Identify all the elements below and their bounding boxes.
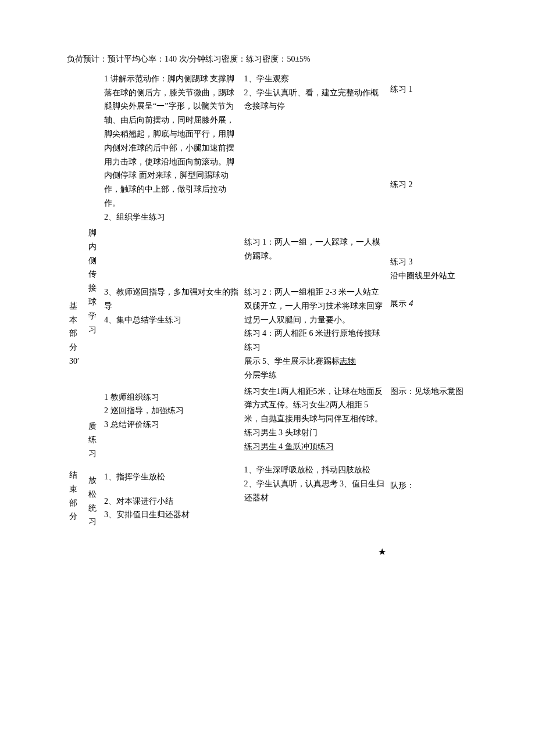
section-char: 部	[69, 327, 83, 341]
load-forecast-header: 负荷预计：预计平均心率：140 次/分钟练习密度：练习密度：50±5%	[67, 52, 477, 66]
activity-char: 接	[88, 281, 99, 295]
teacher-text: 3、安排值日生归还器材	[104, 508, 239, 522]
student-text: 展示 5、学生展示比赛踢标志物	[244, 354, 386, 368]
section-char: 结	[69, 468, 83, 482]
table-row: 1 讲解示范动作：脚内侧踢球 支撑脚落在球的侧后方，膝关节微曲，踢球腿脚尖外展呈…	[67, 71, 477, 284]
teacher-text: 2、组织学生练习	[104, 210, 239, 224]
activity-char: 习	[88, 323, 99, 337]
teacher-activity-cell: 1 教师组织练习 2 巡回指导，加强练习 3 总结评价练习	[102, 384, 241, 462]
activity-char: 内	[88, 240, 99, 254]
section-label-cell	[67, 384, 86, 462]
section-char: 分	[69, 510, 83, 524]
student-text: 2、学生认真听、看，建立完整动作概念接球与停	[244, 86, 386, 114]
diagram-text: 队形：	[390, 479, 475, 493]
diagram-text: 沿中圈线里外站立	[390, 269, 475, 283]
diagram-text: 练习 1	[390, 83, 475, 96]
diagram-text: 图示：见场地示意图	[390, 385, 475, 399]
section-char: 束	[69, 482, 83, 496]
teacher-text: 4、集中总结学生练习	[104, 313, 239, 327]
diagram-cell: 图示：见场地示意图	[388, 384, 477, 462]
section-label: 结 束 部 分	[67, 462, 86, 530]
student-text: 2、学生认真听，认真思考 3、值日生归还器材	[244, 477, 386, 505]
teacher-text: 3 总结评价练习	[104, 418, 239, 432]
section-label: 基 本 部 分 30′	[67, 284, 86, 384]
student-text: 1、学生深呼吸放松，抖动四肢放松	[244, 463, 386, 477]
teacher-activity-cell: 1 讲解示范动作：脚内侧踢球 支撑脚落在球的侧后方，膝关节微曲，踢球腿脚尖外展呈…	[102, 71, 241, 284]
student-activity-cell: 练习女生1两人相距5米，让球在地面反弹方式互传。练习女生2两人相距 5 米，自抛…	[242, 384, 388, 462]
student-text: 练习 4：两人相距 6 米进行原地传接球练习	[244, 327, 386, 354]
teacher-text: 1 教师组织练习	[104, 390, 239, 404]
teacher-text: 2、对本课进行小结	[104, 495, 239, 508]
diagram-text: 展示 4	[390, 297, 475, 311]
section-char: 分	[69, 341, 83, 354]
section-char: 本	[69, 313, 83, 327]
diagram-cell: 练习 1 练习 2 练习 3 沿中圈线里外站立	[388, 71, 477, 284]
activity-char: 习	[88, 447, 99, 461]
teacher-text: 1、指挥学生放松	[104, 470, 239, 484]
student-text: 练习 2：两人一组相距 2-3 米一人站立双腿开立，一人用学习技术将球来回穿过另…	[244, 285, 386, 327]
section-char: 部	[69, 496, 83, 510]
diagram-cell: 展示 4	[388, 284, 477, 384]
diagram-text: 练习 3	[390, 255, 475, 269]
student-activity-cell: 1、学生深呼吸放松，抖动四肢放松 2、学生认真听，认真思考 3、值日生归还器材	[242, 462, 388, 530]
student-text: 分层学练	[244, 368, 386, 382]
activity-char: 学	[88, 309, 99, 323]
diagram-text: 练习 2	[390, 178, 475, 192]
activity-char: 质	[88, 420, 99, 433]
teacher-activity-cell: 3、教师巡回指导，多加强对女生的指导 4、集中总结学生练习	[102, 284, 241, 384]
activity-label: 脚 内 侧 传 接 球 学 习	[86, 284, 102, 384]
teacher-text: 1 讲解示范动作：脚内侧踢球 支撑脚落在球的侧后方，膝关节微曲，踢球腿脚尖外展呈…	[104, 72, 239, 210]
student-text: 练习女生1两人相距5米，让球在地面反弹方式互传。练习女生2两人相距 5 米，自抛…	[244, 385, 386, 426]
student-text: 练习 1：两人一组，一人踩球，一人模仿踢球。	[244, 235, 386, 263]
section-time: 30′	[69, 354, 83, 368]
lesson-plan-table: 1 讲解示范动作：脚内侧踢球 支撑脚落在球的侧后方，膝关节微曲，踢球腿脚尖外展呈…	[67, 71, 477, 530]
student-text: 练习男生 3 头球射门	[244, 426, 386, 440]
student-text: 练习男生 4 鱼跃冲顶练习	[244, 440, 386, 454]
activity-char: 习	[88, 515, 99, 529]
activity-char: 球	[88, 295, 99, 309]
table-row: 基 本 部 分 30′ 脚 内 侧 传 接 球 学 习 3、教师巡回指导，多加强…	[67, 284, 477, 384]
activity-char: 松	[88, 488, 99, 501]
activity-char: 传	[88, 267, 99, 281]
student-activity-cell: 练习 2：两人一组相距 2-3 米一人站立双腿开立，一人用学习技术将球来回穿过另…	[242, 284, 388, 384]
activity-label: 质 练 习	[86, 384, 102, 462]
teacher-text: 2 巡回指导，加强练习	[104, 404, 239, 418]
star-icon: ★	[378, 544, 477, 560]
activity-char: 放	[88, 474, 99, 488]
section-char: 基	[69, 299, 83, 313]
teacher-activity-cell: 1、指挥学生放松 2、对本课进行小结 3、安排值日生归还器材	[102, 462, 241, 530]
activity-char: 练	[88, 433, 99, 447]
section-label-cell	[67, 71, 86, 284]
activity-label: 放 松 统 习	[86, 462, 102, 530]
teacher-text: 3、教师巡回指导，多加强对女生的指导	[104, 285, 239, 313]
diagram-cell: 队形：	[388, 462, 477, 530]
student-text: 1、学生观察	[244, 72, 386, 86]
table-row: 结 束 部 分 放 松 统 习 1、指挥学生放松 2、对本课进行小结 3、安排值…	[67, 462, 477, 530]
activity-char: 侧	[88, 254, 99, 268]
activity-char: 统	[88, 501, 99, 515]
table-row: 质 练 习 1 教师组织练习 2 巡回指导，加强练习 3 总结评价练习 练习女生…	[67, 384, 477, 462]
activity-char: 脚	[88, 226, 99, 240]
student-activity-cell: 1、学生观察 2、学生认真听、看，建立完整动作概念接球与停 练习 1：两人一组，…	[242, 71, 388, 284]
